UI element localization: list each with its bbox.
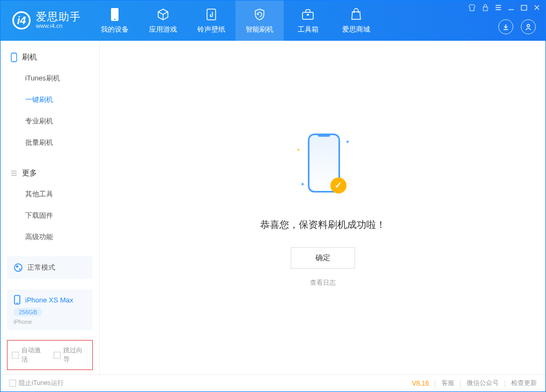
footer-link-support[interactable]: 客服	[441, 379, 454, 388]
svg-rect-5	[483, 7, 488, 11]
minimize-icon[interactable]	[508, 4, 514, 11]
maximize-icon[interactable]	[521, 4, 527, 11]
phone-icon	[108, 8, 122, 21]
device-phone-icon	[13, 295, 21, 305]
view-log-link[interactable]: 查看日志	[310, 278, 336, 287]
svg-point-13	[17, 302, 18, 304]
tab-label: 铃声壁纸	[197, 25, 225, 34]
logo: i4 爱思助手 www.i4.cn	[1, 11, 91, 29]
svg-rect-4	[307, 14, 309, 16]
tab-label: 爱思商城	[342, 25, 370, 34]
mode-label: 正常模式	[27, 263, 55, 272]
close-icon[interactable]	[534, 4, 540, 11]
svg-point-10	[16, 265, 18, 268]
shirt-icon[interactable]	[468, 4, 476, 11]
checkbox-label: 跳过向导	[63, 346, 88, 364]
footer-link-wechat[interactable]: 微信公众号	[467, 379, 499, 388]
device-capacity: 256GB	[13, 308, 42, 316]
svg-rect-6	[521, 5, 527, 10]
sidebar-item-oneclick-flash[interactable]: 一键刷机	[1, 89, 99, 110]
svg-point-7	[527, 25, 530, 27]
footer-link-update[interactable]: 检查更新	[511, 379, 537, 388]
checkbox-icon	[12, 352, 19, 359]
checkbox-skip-guide[interactable]: 跳过向导	[54, 346, 88, 364]
checkbox-auto-activate[interactable]: 自动激活	[12, 346, 46, 364]
sidebar-item-batch-flash[interactable]: 批量刷机	[1, 132, 99, 153]
sidebar-item-pro-flash[interactable]: 专业刷机	[1, 110, 99, 132]
app-title: 爱思助手	[36, 11, 81, 22]
toolbox-icon	[301, 8, 315, 21]
tab-apps[interactable]: 应用游戏	[139, 1, 187, 41]
checkmark-badge-icon: ✓	[330, 177, 346, 194]
checkbox-label: 阻止iTunes运行	[19, 379, 64, 388]
checkbox-label: 自动激活	[21, 346, 46, 364]
lock-icon[interactable]	[482, 4, 489, 11]
options-highlight-box: 自动激活 跳过向导	[7, 340, 93, 370]
download-icon[interactable]	[498, 19, 513, 34]
tab-label: 工具箱	[298, 25, 319, 34]
svg-rect-3	[302, 12, 313, 19]
cube-icon	[156, 8, 170, 21]
section-title: 刷机	[22, 53, 37, 62]
header-actions	[498, 19, 536, 34]
success-message: 恭喜您，保资料刷机成功啦！	[260, 218, 386, 231]
menu-icon[interactable]	[495, 4, 501, 11]
window-controls	[468, 4, 540, 11]
phone-outline-icon	[10, 53, 18, 62]
checkbox-block-itunes[interactable]: 阻止iTunes运行	[9, 379, 64, 388]
svg-point-9	[14, 264, 22, 271]
success-illustration: ✦ ✦ ✦ ✓	[291, 128, 355, 203]
tab-label: 应用游戏	[149, 25, 177, 34]
sidebar-item-download-firmware[interactable]: 下载固件	[1, 205, 99, 226]
sidebar-section-flash: 刷机	[1, 49, 99, 68]
svg-point-11	[19, 269, 21, 270]
sparkle-icon: ✦	[300, 181, 305, 187]
device-type: iPhone	[13, 319, 86, 325]
user-icon[interactable]	[521, 19, 536, 34]
mode-icon	[13, 263, 23, 272]
version-label: V8.16	[412, 380, 429, 387]
phone-notch-icon	[318, 134, 330, 137]
tab-flash[interactable]: 智能刷机	[235, 1, 284, 41]
top-tabs: 我的设备 应用游戏 铃声壁纸 智能刷机 工具箱 爱思商城	[91, 1, 380, 41]
tab-label: 我的设备	[101, 25, 129, 34]
tab-store[interactable]: 爱思商城	[332, 1, 380, 41]
mode-indicator[interactable]: 正常模式	[7, 256, 93, 279]
sidebar-item-itunes-flash[interactable]: iTunes刷机	[1, 68, 99, 89]
tab-label: 智能刷机	[246, 25, 274, 34]
sidebar: 刷机 iTunes刷机 一键刷机 专业刷机 批量刷机 更多 其他工具 下载固件 …	[1, 41, 100, 374]
ok-button[interactable]: 确定	[291, 247, 355, 269]
tab-ringtones[interactable]: 铃声壁纸	[187, 1, 235, 41]
svg-rect-8	[11, 53, 17, 62]
section-title: 更多	[22, 168, 37, 178]
sparkle-icon: ✦	[296, 147, 300, 153]
footer: 阻止iTunes运行 V8.16 | 客服 | 微信公众号 | 检查更新	[1, 374, 545, 391]
checkbox-icon	[54, 352, 61, 359]
app-subtitle: www.i4.cn	[36, 22, 81, 29]
sidebar-item-other-tools[interactable]: 其他工具	[1, 183, 99, 205]
checkbox-icon	[9, 380, 16, 387]
refresh-shield-icon	[253, 8, 267, 21]
header: i4 爱思助手 www.i4.cn 我的设备 应用游戏 铃声壁纸 智能刷机 工具…	[1, 1, 545, 41]
list-icon	[10, 169, 18, 177]
tab-my-device[interactable]: 我的设备	[91, 1, 139, 41]
main-content: ✦ ✦ ✦ ✓ 恭喜您，保资料刷机成功啦！ 确定 查看日志	[100, 41, 545, 374]
device-name: iPhone XS Max	[25, 296, 73, 304]
sparkle-icon: ✦	[345, 139, 350, 145]
tab-toolbox[interactable]: 工具箱	[284, 1, 332, 41]
device-card[interactable]: iPhone XS Max 256GB iPhone	[7, 290, 93, 330]
logo-icon: i4	[12, 11, 31, 29]
sidebar-section-more: 更多	[1, 165, 99, 183]
sidebar-item-advanced[interactable]: 高级功能	[1, 226, 99, 248]
shopping-bag-icon	[349, 8, 363, 21]
svg-point-1	[114, 18, 115, 19]
music-icon	[204, 8, 218, 21]
